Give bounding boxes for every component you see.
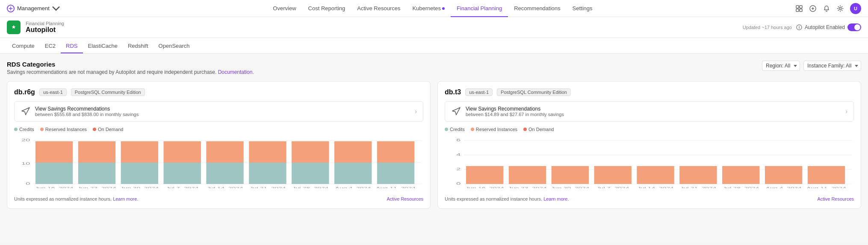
svg-text:6: 6 (456, 138, 461, 142)
tab-opensearch[interactable]: OpenSearch (154, 38, 195, 53)
svg-rect-27 (292, 141, 329, 163)
svg-point-6 (839, 7, 841, 9)
section-tabs: Compute EC2 RDS ElastiCache Redshift Ope… (0, 38, 868, 54)
legend-dot-reserved-2 (471, 128, 474, 131)
grid-icon[interactable] (795, 5, 803, 12)
svg-rect-22 (206, 163, 243, 184)
tab-ec2[interactable]: EC2 (40, 38, 61, 53)
card-footer-1: Units expressed as normalized instance h… (14, 196, 423, 201)
autopilot-toggle[interactable] (847, 23, 861, 31)
nav-tab-recommendations[interactable]: Recommendations (508, 0, 566, 17)
svg-rect-30 (377, 163, 414, 184)
badge-engine-1: PostgreSQL Community Edition (71, 88, 145, 96)
svg-rect-54 (679, 166, 717, 184)
chart-legend-2: Credits Reserved Instances On Demand (445, 127, 854, 132)
subheader-text: Financial Planning Autopilot (26, 21, 64, 34)
tab-rds[interactable]: RDS (61, 38, 83, 53)
svg-rect-55 (722, 166, 759, 184)
badge-region-2: us-east-1 (465, 88, 493, 96)
legend-dot-credits-2 (445, 128, 448, 131)
region-filter[interactable]: Region: All (762, 61, 800, 71)
legend-dot-ondemand-2 (523, 128, 527, 131)
svg-rect-23 (206, 141, 243, 163)
svg-text:Jul 28, 2024: Jul 28, 2024 (292, 186, 328, 188)
svg-rect-1 (796, 6, 799, 8)
svg-text:Jun 30, 2024: Jun 30, 2024 (551, 186, 589, 188)
learn-more-link-2[interactable]: Learn more. (543, 196, 569, 201)
svg-rect-3 (796, 9, 799, 12)
nav-tab-overview[interactable]: Overview (267, 0, 302, 17)
savings-sub-1: between $555.68 and $838.00 in monthly s… (35, 112, 139, 117)
autopilot-badge: Autopilot Enabled (796, 23, 861, 31)
nav-tab-kubernetes[interactable]: Kubernetes (406, 0, 451, 17)
svg-text:Jul 14, 2024: Jul 14, 2024 (638, 186, 674, 188)
svg-text:Jun 30, 2024: Jun 30, 2024 (120, 186, 159, 188)
svg-text:Aug 11, 2024: Aug 11, 2024 (376, 186, 416, 188)
savings-row-1[interactable]: View Savings Recommendations between $55… (14, 101, 423, 122)
chevron-right-icon-2: › (845, 108, 847, 115)
legend-reserved-1: Reserved Instances (40, 127, 87, 132)
svg-rect-57 (808, 166, 845, 184)
card-header-1: db.r6g us-east-1 PostgreSQL Community Ed… (14, 88, 423, 96)
savings-title-1: View Savings Recommendations (35, 106, 139, 112)
svg-rect-52 (594, 166, 632, 184)
chart-area-2: 6 4 2 0 (445, 137, 854, 190)
page-header-right: Region: All Instance Family: All (762, 61, 861, 71)
badge-engine-2: PostgreSQL Community Edition (497, 88, 571, 96)
page-subtitle: Savings recommendations are not managed … (7, 69, 254, 75)
svg-rect-51 (552, 166, 589, 184)
legend-dot-reserved-1 (40, 128, 44, 131)
active-resources-link-1[interactable]: Active Resources (387, 196, 423, 201)
svg-text:Jul 14, 2024: Jul 14, 2024 (207, 186, 243, 188)
svg-text:2: 2 (456, 167, 461, 171)
info-icon (796, 24, 802, 30)
legend-credits-1: Credits (14, 127, 34, 132)
tab-redshift[interactable]: Redshift (123, 38, 154, 53)
slack-icon[interactable] (809, 5, 817, 12)
savings-left-2: View Savings Recommendations between $14… (451, 106, 564, 117)
card-header-2: db.t3 us-east-1 PostgreSQL Community Edi… (445, 88, 854, 96)
nav-logo-label: Management (17, 5, 50, 12)
autopilot-label: Autopilot Enabled (805, 24, 845, 30)
bell-icon[interactable] (823, 5, 830, 12)
svg-rect-4 (800, 9, 802, 12)
legend-dot-ondemand-1 (93, 128, 96, 131)
svg-text:4: 4 (456, 152, 461, 157)
savings-row-2[interactable]: View Savings Recommendations between $14… (445, 101, 854, 122)
tab-compute[interactable]: Compute (7, 38, 40, 53)
svg-text:Jul 28, 2024: Jul 28, 2024 (723, 186, 759, 188)
learn-more-link-1[interactable]: Learn more. (113, 196, 138, 201)
settings-icon[interactable] (836, 5, 844, 12)
savings-title-2: View Savings Recommendations (466, 106, 564, 112)
subheader-right: Updated ~17 hours ago Autopilot Enabled (743, 23, 861, 31)
active-resources-link-2[interactable]: Active Resources (817, 196, 854, 201)
nav-logo[interactable]: Management (7, 5, 60, 12)
documentation-link[interactable]: Documentation. (218, 69, 254, 75)
avatar[interactable]: U (850, 3, 861, 14)
legend-dot-credits-1 (14, 128, 18, 131)
nav-tab-financial-planning[interactable]: Financial Planning (451, 0, 508, 17)
svg-rect-28 (334, 163, 372, 184)
plane-icon-2 (451, 106, 461, 117)
svg-rect-15 (35, 141, 73, 163)
tab-elasticache[interactable]: ElastiCache (83, 38, 123, 53)
svg-rect-2 (800, 6, 802, 8)
page-header-left: RDS Categories Savings recommendations a… (7, 61, 254, 75)
svg-text:10: 10 (21, 161, 30, 166)
chart-area-1: 20 10 0 (14, 137, 423, 190)
svg-text:Jul 21, 2024: Jul 21, 2024 (680, 186, 716, 188)
nav-tab-active-resources[interactable]: Active Resources (351, 0, 406, 17)
legend-credits-2: Credits (445, 127, 465, 132)
subheader-title: Autopilot (26, 26, 64, 34)
legend-reserved-2: Reserved Instances (471, 127, 517, 132)
svg-rect-29 (334, 141, 372, 163)
nav-tab-settings[interactable]: Settings (567, 0, 599, 17)
svg-rect-31 (377, 141, 414, 163)
updated-text: Updated ~17 hours ago (743, 25, 792, 30)
nav-tab-cost-reporting[interactable]: Cost Reporting (302, 0, 351, 17)
svg-text:0: 0 (26, 181, 30, 186)
instance-family-filter[interactable]: Instance Family: All (803, 61, 861, 71)
svg-text:Jun 16, 2024: Jun 16, 2024 (35, 186, 74, 188)
svg-rect-19 (121, 141, 158, 163)
savings-left-1: View Savings Recommendations between $55… (21, 106, 139, 117)
